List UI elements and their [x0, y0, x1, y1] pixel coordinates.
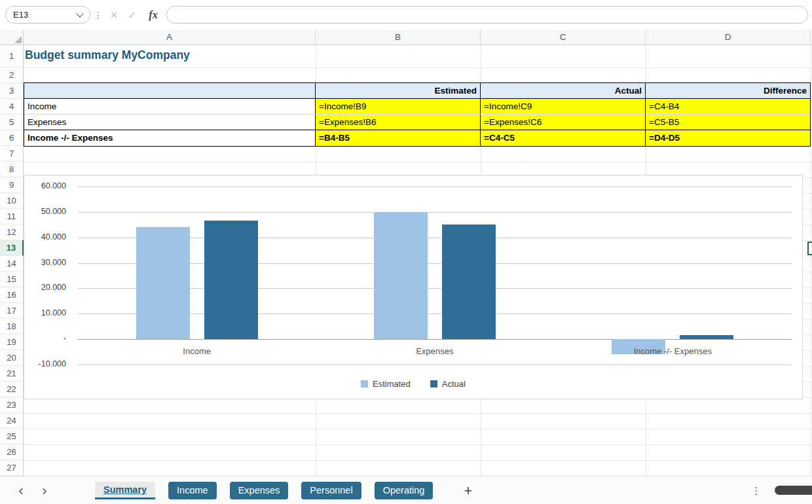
select-all-triangle-icon	[14, 36, 22, 43]
cell-d5[interactable]: =C5-B5	[646, 115, 810, 130]
row-header-16[interactable]: 16	[0, 287, 24, 303]
row-header-23[interactable]: 23	[0, 397, 24, 413]
gridline-horizontal	[24, 429, 812, 429]
cell-a5[interactable]: Expenses	[24, 115, 316, 130]
legend-label: Estimated	[373, 379, 411, 389]
table-header-actual[interactable]: Actual	[481, 83, 646, 98]
column-header-a[interactable]: A	[24, 29, 316, 45]
sheet-tabs: SummaryIncomeExpensesPersonnelOperating	[95, 482, 433, 499]
cell-b6[interactable]: =B4-B5	[316, 130, 481, 146]
y-axis-tick-label: 40.000	[24, 232, 66, 242]
cell-a6[interactable]: Income -/- Expenses	[24, 130, 316, 146]
gridline-horizontal	[24, 444, 812, 445]
chart-gridline	[78, 212, 792, 213]
row-header-6[interactable]: 6	[0, 130, 24, 146]
tabs-scroll-left-icon[interactable]: ‹	[14, 477, 28, 504]
legend-label: Actual	[442, 379, 466, 389]
horizontal-scrollbar[interactable]	[775, 486, 812, 495]
table-row-expenses: Expenses =Expenses!B6 =Expenses!C6 =C5-B…	[24, 115, 810, 130]
y-axis-tick-label: 20.000	[24, 283, 66, 292]
row-header-12[interactable]: 12	[0, 225, 24, 240]
legend-item-estimated: Estimated	[361, 379, 411, 389]
row-header-22[interactable]: 22	[0, 382, 24, 397]
chart-gridline	[78, 339, 792, 340]
table-row-income: Income =Income!B9 =Income!C9 =C4-B4	[24, 99, 810, 115]
tab-expenses[interactable]: Expenses	[230, 482, 289, 499]
table-header-blank[interactable]	[24, 83, 316, 98]
row-header-18[interactable]: 18	[0, 319, 24, 334]
y-axis-tick-label: -10.000	[24, 359, 66, 369]
cell-c4[interactable]: =Income!C9	[481, 99, 646, 114]
row-header-7[interactable]: 7	[0, 146, 24, 162]
tab-operating[interactable]: Operating	[375, 482, 434, 499]
y-axis-tick-label: 30.000	[24, 258, 66, 267]
column-header-c[interactable]: C	[481, 29, 646, 45]
x-axis-category-label: Income -/- Expenses	[554, 346, 792, 356]
formula-input[interactable]	[166, 6, 808, 24]
row-header-13[interactable]: 13	[0, 240, 24, 256]
cell-d6[interactable]: =D4-D5	[646, 130, 810, 146]
table-row-total: Income -/- Expenses =B4-B5 =C4-C5 =D4-D5	[24, 130, 810, 146]
row-header-21[interactable]: 21	[0, 366, 24, 382]
row-header-14[interactable]: 14	[0, 256, 24, 272]
row-header-1[interactable]: 1	[0, 45, 24, 67]
cell-b4[interactable]: =Income!B9	[316, 99, 481, 114]
y-axis-tick-label: 50.000	[24, 207, 66, 216]
name-box[interactable]: E13	[5, 6, 90, 24]
row-header-10[interactable]: 10	[0, 193, 24, 209]
cell-c6[interactable]: =C4-C5	[481, 130, 646, 146]
x-axis-category-label: Income	[78, 346, 316, 356]
column-header-d[interactable]: D	[646, 29, 811, 45]
chart[interactable]: 60.00050.00040.00030.00020.00010.000--10…	[24, 175, 803, 399]
select-all-corner[interactable]	[0, 29, 24, 45]
kebab-menu-icon[interactable]: ⋮	[93, 0, 103, 29]
row-header-25[interactable]: 25	[0, 429, 24, 444]
tab-summary[interactable]: Summary	[95, 482, 155, 499]
column-header-b[interactable]: B	[316, 29, 481, 45]
y-axis-tick-label: -	[24, 334, 66, 343]
row-header-9[interactable]: 9	[0, 177, 24, 193]
add-sheet-button[interactable]: +	[460, 477, 476, 504]
gridline-horizontal	[24, 460, 812, 461]
row-header-19[interactable]: 19	[0, 334, 24, 350]
cells-area[interactable]: Budget summary MyCompany Estimated Actua…	[24, 45, 812, 476]
title-cell[interactable]: Budget summary MyCompany	[25, 48, 190, 62]
tab-personnel[interactable]: Personnel	[301, 482, 361, 499]
row-header-4[interactable]: 4	[0, 99, 24, 115]
column-headers: ABCD	[24, 29, 812, 45]
table-header-estimated[interactable]: Estimated	[316, 83, 481, 98]
chart-legend: EstimatedActual	[24, 379, 802, 389]
row-header-17[interactable]: 17	[0, 303, 24, 319]
row-header-15[interactable]: 15	[0, 272, 24, 287]
row-header-5[interactable]: 5	[0, 115, 24, 130]
cancel-icon[interactable]: ✕	[106, 0, 122, 29]
cell-a4[interactable]: Income	[24, 99, 316, 114]
name-box-value: E13	[13, 10, 28, 20]
row-header-2[interactable]: 2	[0, 67, 24, 83]
table-header-difference[interactable]: Difference	[646, 83, 810, 98]
row-header-11[interactable]: 11	[0, 209, 24, 225]
tab-income[interactable]: Income	[168, 482, 217, 499]
tabs-scroll-right-icon[interactable]: ›	[38, 477, 51, 504]
bar-actual-income	[204, 221, 258, 339]
row-header-26[interactable]: 26	[0, 444, 24, 460]
budget-table: Estimated Actual Difference Income =Inco…	[24, 82, 811, 147]
cell-c5[interactable]: =Expenses!C6	[481, 115, 646, 130]
fx-icon[interactable]: fx	[144, 0, 162, 29]
sheet-tab-bar: ‹ › SummaryIncomeExpensesPersonnelOperat…	[0, 476, 812, 504]
row-header-24[interactable]: 24	[0, 413, 24, 429]
chevron-down-icon[interactable]	[76, 10, 83, 17]
row-header-3[interactable]: 3	[0, 83, 24, 99]
gridline-vertical	[811, 45, 811, 476]
y-axis-tick-label: 10.000	[24, 308, 66, 317]
row-header-20[interactable]: 20	[0, 350, 24, 366]
tab-bar-kebab-icon[interactable]: ⋮	[750, 477, 762, 504]
chart-gridline	[78, 365, 792, 365]
gridline-horizontal	[24, 67, 812, 68]
row-header-27[interactable]: 27	[0, 460, 24, 476]
enter-icon[interactable]: ✓	[124, 0, 140, 29]
cell-d4[interactable]: =C4-B4	[646, 99, 810, 114]
cell-b5[interactable]: =Expenses!B6	[316, 115, 481, 130]
row-header-8[interactable]: 8	[0, 162, 24, 177]
gridline-horizontal	[24, 413, 812, 414]
